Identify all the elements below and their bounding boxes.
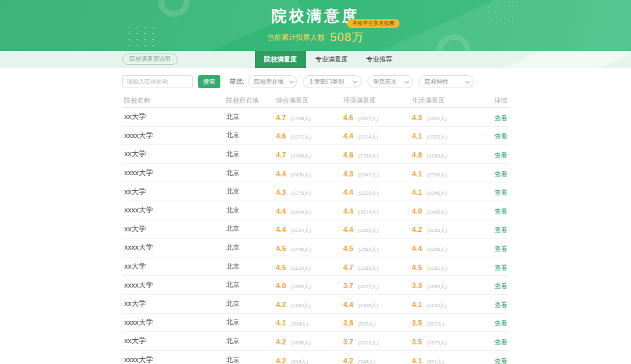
col-location: 院校所在地 <box>226 96 276 105</box>
environment-rating: 4.4 (1305人) <box>343 298 412 310</box>
environment-rating-count: (593人) <box>358 321 376 327</box>
environment-rating-count: (2647人) <box>358 172 379 178</box>
life-rating: 4.1 (1053人) <box>412 129 481 141</box>
view-link[interactable]: 查看 <box>494 114 507 122</box>
school-table: 院校名称 院校所在地 综合满意度 环境满意度 生活满意度 详情 xx大学 北京 … <box>122 93 509 364</box>
environment-rating-count: (2581人) <box>358 246 379 252</box>
view-link[interactable]: 查看 <box>494 301 507 308</box>
overall-rating: 4.0 (1950人) <box>276 279 343 291</box>
dropdown-department-category[interactable]: 主管部门类别 <box>303 75 362 88</box>
environment-rating-value: 4.3 <box>343 170 353 178</box>
life-rating: 4.1 (2390人) <box>412 167 481 179</box>
school-location: 北京 <box>226 318 276 327</box>
col-overall-satisfaction: 综合满意度 <box>276 96 343 105</box>
life-rating-count: (1081人) <box>427 265 447 271</box>
view-link[interactable]: 查看 <box>494 357 507 364</box>
overall-rating: 4.4 (2490人) <box>276 167 343 179</box>
search-button[interactable]: 搜索 <box>198 75 220 88</box>
environment-rating: 4.6 (1827人) <box>343 111 412 123</box>
overall-rating-value: 4.2 <box>276 338 286 346</box>
tab-bar: 院校满意度说明 院校满意度 专业满意度 专业推荐 <box>0 51 631 68</box>
life-rating-value: 4.1 <box>412 301 422 308</box>
view-link[interactable]: 查看 <box>494 245 507 252</box>
dropdown-school-feature[interactable]: 院校特性 <box>419 75 474 88</box>
overall-rating-value: 4.4 <box>276 170 286 178</box>
table-row: xxxx大学 北京 4.5 (2446人) 4.5 (2581人) 4.4 (2… <box>122 239 509 257</box>
school-name: xxxx大学 <box>124 242 226 252</box>
life-rating-count: (1485人) <box>427 209 447 215</box>
environment-rating-value: 4.4 <box>343 132 353 140</box>
life-rating-count: (2358人) <box>427 246 447 252</box>
vote-count-label: 当前累计投票人数 <box>267 33 324 41</box>
environment-rating-value: 4.4 <box>343 188 353 196</box>
life-rating-count: (1046人) <box>427 190 447 196</box>
overall-rating-value: 4.4 <box>276 207 286 215</box>
vote-count-line: 当前累计投票人数 508万 <box>0 29 631 45</box>
tab-major-satisfaction[interactable]: 专业满意度 <box>306 51 357 68</box>
life-rating-value: 4.2 <box>412 225 422 233</box>
overall-rating: 4.2 (1160人) <box>276 298 343 310</box>
environment-rating-value: 4.4 <box>343 301 353 308</box>
school-location: 北京 <box>226 131 276 140</box>
overall-rating: 4.7 (1988人) <box>276 148 343 160</box>
overall-rating-value: 4.3 <box>276 188 286 196</box>
view-link[interactable]: 查看 <box>494 320 507 327</box>
chevron-down-icon <box>465 78 469 83</box>
overall-rating: 4.4 (1494人) <box>276 205 343 216</box>
dropdown-label: 院校所在地 <box>254 78 284 86</box>
life-rating-value: 4.8 <box>412 151 422 159</box>
hero-banner: 院校满意度 本校学生实名投票 当前累计投票人数 508万 <box>0 0 631 51</box>
life-rating: 4.0 (1485人) <box>412 205 481 216</box>
detail-cell: 查看 <box>481 148 509 160</box>
life-rating-count: (631人) <box>427 359 445 364</box>
tab-school-satisfaction[interactable]: 院校满意度 <box>255 51 306 68</box>
school-location: 北京 <box>226 169 276 178</box>
detail-cell: 查看 <box>481 242 509 254</box>
life-rating: 4.2 (2053人) <box>412 223 481 235</box>
overall-rating-count: (1898人) <box>291 340 311 346</box>
school-location: 北京 <box>226 299 276 308</box>
detail-cell: 查看 <box>481 167 509 179</box>
environment-rating: 3.7 (2077人) <box>343 279 412 291</box>
school-search-input[interactable] <box>122 75 193 88</box>
tab-major-recommendation[interactable]: 专业推荐 <box>357 51 401 68</box>
school-location: 北京 <box>226 356 276 364</box>
dropdown-education-level[interactable]: 学历层次 <box>367 75 413 88</box>
view-link[interactable]: 查看 <box>494 208 507 215</box>
environment-rating: 3.8 (593人) <box>343 316 412 328</box>
view-link[interactable]: 查看 <box>494 133 507 140</box>
life-rating-value: 4.4 <box>412 244 422 252</box>
detail-cell: 查看 <box>481 186 509 197</box>
view-link[interactable]: 查看 <box>494 171 507 178</box>
environment-rating-value: 4.4 <box>343 225 353 233</box>
school-name: xx大学 <box>124 336 226 346</box>
view-link[interactable]: 查看 <box>494 226 507 233</box>
dropdown-label: 主管部门类别 <box>309 78 344 86</box>
satisfaction-note-button[interactable]: 院校满意度说明 <box>122 54 178 65</box>
school-location: 北京 <box>226 206 276 215</box>
environment-rating-count: (1220人) <box>358 190 379 196</box>
view-link[interactable]: 查看 <box>494 152 507 159</box>
environment-rating-value: 4.2 <box>343 357 353 364</box>
table-row: xx大学 北京 4.2 (1898人) 3.7 (2018人) 3.5 (187… <box>122 332 509 351</box>
dropdown-label: 学历层次 <box>373 78 397 86</box>
dropdown-label: 院校特性 <box>425 78 449 86</box>
overall-rating-value: 4.2 <box>276 301 286 308</box>
view-link[interactable]: 查看 <box>494 339 507 346</box>
dropdown-school-location[interactable]: 院校所在地 <box>248 75 297 88</box>
environment-rating-count: (1305人) <box>358 303 379 308</box>
overall-rating-count: (1708人) <box>291 116 311 122</box>
view-link[interactable]: 查看 <box>494 282 507 290</box>
view-link[interactable]: 查看 <box>494 189 507 196</box>
view-link[interactable]: 查看 <box>494 264 507 271</box>
life-rating: 4.8 (1688人) <box>412 148 481 160</box>
overall-rating-count: (1988人) <box>291 153 311 159</box>
life-rating-count: (1053人) <box>427 134 447 140</box>
chevron-down-icon <box>289 78 294 83</box>
life-rating-value: 4.1 <box>412 132 422 140</box>
school-name: xx大学 <box>124 112 226 122</box>
page: 院校满意度 本校学生实名投票 当前累计投票人数 508万 院校满意度说明 院校满… <box>0 0 631 364</box>
detail-cell: 查看 <box>481 223 509 235</box>
overall-rating: 4.1 (534人) <box>276 316 343 328</box>
detail-cell: 查看 <box>481 354 509 364</box>
